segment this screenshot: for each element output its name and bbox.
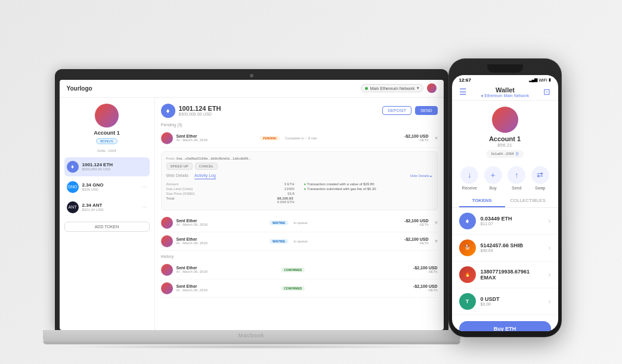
hamburger-icon[interactable]: ☰ [459, 87, 467, 97]
phone-screen: 12:67 ▂▄▆ WiFi ▮ ☰ Wallet ♦ Ethereum Mai [452, 75, 558, 331]
details-gas-price-row: Gas Price (GWEI) 33.8 [166, 192, 295, 195]
phone-status-icons: ▂▄▆ WiFi ▮ [529, 77, 551, 82]
phone-token-shib[interactable]: 🐕 5142457.66 SHIB $40.64 › [452, 235, 558, 262]
token-eth-info: 1001.124 ETH $300,000.00 USD [82, 162, 147, 171]
sidebar-token-eth[interactable]: ♦ 1001.124 ETH $300,000.00 USD [64, 157, 150, 176]
tx-status-2: in queue [293, 239, 307, 243]
tab-web-details[interactable]: Web Details [166, 173, 189, 179]
phone-address[interactable]: 0x1a64...2058 ⎘ [486, 150, 523, 158]
buy-eth-button[interactable]: Buy ETH [459, 321, 551, 331]
history-amount-0: -$2,100 USD [413, 266, 437, 270]
log2-text: Transaction submitted with gas fee of $0… [307, 187, 376, 191]
balance-info: 1001.124 ETH $300,000.00 USD [179, 105, 221, 116]
amount-value: 3 ETH [284, 182, 294, 186]
token-gno-more[interactable]: ··· [142, 183, 147, 190]
history-tx-0: Sent Ether Al - March 09, 2018 CONFIRMED… [161, 261, 438, 279]
send-button[interactable]: SEND [415, 106, 437, 115]
receive-label: Receive [462, 186, 477, 190]
tx-amount-0: -$2,100 USD [404, 134, 428, 138]
deposit-button[interactable]: DEPOSIT [382, 106, 411, 115]
tx-expand-icon-0[interactable]: ▾ [435, 135, 438, 141]
emax-chevron: › [549, 270, 551, 279]
buy-icon: ＋ [484, 166, 502, 184]
tab-collectibles[interactable]: COLLECTIBLES [505, 195, 551, 207]
tx-badge-0: PENDING [260, 136, 280, 141]
macbook-base [43, 330, 460, 341]
cancel-tx-button[interactable]: CANCEL [195, 163, 218, 170]
add-token-button[interactable]: ADD TOKEN [64, 222, 150, 232]
tx-badge-1: WAITING [270, 220, 288, 225]
network-dot [365, 87, 368, 90]
phone-eth-icon: ♦ [459, 213, 476, 229]
tx-status-1: in queue [293, 221, 307, 225]
swap-button[interactable]: ⇄ Swap [531, 166, 549, 190]
total-eth-sub: 0.009 ETH [277, 200, 295, 204]
details-panel: From: 0xe...c0a8ba51/b6e...bb9c9b/e0d...… [161, 151, 438, 210]
buy-action-button[interactable]: ＋ Buy [484, 166, 502, 190]
tab-tokens[interactable]: TOKENS [459, 195, 505, 207]
network-chevron: ▾ [417, 86, 419, 91]
details-right: ● Transaction created with a value of $2… [304, 182, 432, 205]
from-address: 0xe...c0a8ba51/b6e...bb9c9b/e0d...1a6cdb… [177, 157, 251, 160]
phone-token-eth[interactable]: ♦ 0.03449 ETH $11.07 › [452, 208, 558, 235]
tx-info-2: Sent Ether Al - March 09, 2018 [177, 237, 267, 245]
wifi-icon: WiFi [539, 78, 547, 82]
details-columns: Amount 3 ETH Gas Limit (Units) 21500 Gas… [166, 182, 432, 205]
sidebar-address: 0x5e...1024 [64, 149, 150, 153]
shib-chevron: › [549, 244, 551, 252]
tx-item-2: Sent Ether Al - March 09, 2018 WAITING i… [161, 232, 438, 251]
tx-expand-icon-2[interactable]: ▾ [435, 238, 438, 244]
eth-chevron: › [549, 217, 551, 225]
details-total-row: Total $8,100.93 0.009 ETH [166, 197, 295, 204]
gas-price-value: 33.8 [287, 192, 295, 195]
hide-details-link[interactable]: Hide Details ▴ [410, 173, 432, 179]
log1-text: Transaction created with a value of $29.… [307, 182, 375, 186]
user-avatar[interactable] [427, 83, 437, 93]
network-badge[interactable]: Main Ethereum Network ▾ [361, 84, 423, 92]
qr-icon[interactable]: ⊡ [543, 87, 550, 97]
gno-icon: GNO [67, 181, 79, 193]
amount-label: Amount [166, 182, 179, 186]
receive-button[interactable]: ↓ Receive [460, 166, 478, 190]
app-logo: Yourlogo [67, 85, 92, 92]
macbook-shadow [55, 344, 448, 349]
tx-name-1: Sent Ether [177, 219, 267, 223]
phone-status-bar: 12:67 ▂▄▆ WiFi ▮ [452, 75, 558, 84]
phone-token-usdt[interactable]: T 0 USDT $0.00 › [452, 288, 558, 315]
speed-up-button[interactable]: SPEED UP [166, 163, 193, 170]
from-label: From: [166, 157, 177, 160]
phone-network-label: Ethereum Main Network [484, 94, 529, 98]
phone-header: ☰ Wallet ♦ Ethereum Main Network ⊡ [452, 84, 558, 101]
send-action-button[interactable]: ↑ Send [507, 166, 525, 190]
phone-shib-icon: 🐕 [459, 239, 476, 256]
phone-eth-amount: 0.03449 ETH [481, 216, 544, 222]
details-left: Amount 3 ETH Gas Limit (Units) 21500 Gas… [166, 182, 295, 205]
tx-expand-icon-1[interactable]: ▾ [435, 219, 438, 226]
history-amount-group-1: -$2,100 USD -0ETh [413, 284, 437, 292]
app-header-right: Main Ethereum Network ▾ [361, 83, 436, 93]
token-ant-more[interactable]: ··· [142, 204, 147, 210]
tab-activity-log[interactable]: Activity Log [194, 173, 216, 179]
gas-limit-value: 21500 [284, 187, 295, 191]
phone-device: 12:67 ▂▄▆ WiFi ▮ ☰ Wallet ♦ Ethereum Mai [448, 58, 562, 337]
phone-avatar [492, 107, 518, 133]
history-avatar-0 [161, 264, 173, 276]
log-entry-1: ● Transaction created with a value of $2… [304, 182, 432, 186]
token-eth-amount: 1001.124 ETH [82, 162, 147, 167]
phone-token-emax[interactable]: 🔥 13807719938.67961 EMAX › [452, 262, 558, 288]
tx-amount-group-0: -$2,100 USD -0ETh [404, 134, 428, 142]
sidebar-token-gno[interactable]: GNO 2.34 GNO $329 USD ··· [64, 178, 150, 197]
ant-icon: ANT [67, 201, 79, 213]
history-date-0: Al - March 09, 2018 [177, 270, 278, 273]
sidebar-account-avatar [95, 104, 119, 127]
token-gno-amount: 2.34 GNO [82, 182, 139, 188]
signal-icon: ▂▄▆ [529, 77, 538, 82]
history-amount-group-0: -$2,100 USD -0ETh [413, 266, 437, 273]
history-eth-0: -0ETh [413, 270, 437, 273]
pending-label: Pending (3) [161, 123, 438, 127]
copy-icon[interactable]: ⎘ [516, 151, 519, 157]
sidebar-token-ant[interactable]: ANT 2.34 ANT $321.34 USD ··· [64, 198, 150, 217]
macbook-screen: Yourlogo Main Ethereum Network ▾ [60, 80, 444, 330]
tx-name-0: Sent Ether [177, 134, 257, 138]
gas-limit-label: Gas Limit (Units) [166, 187, 193, 191]
